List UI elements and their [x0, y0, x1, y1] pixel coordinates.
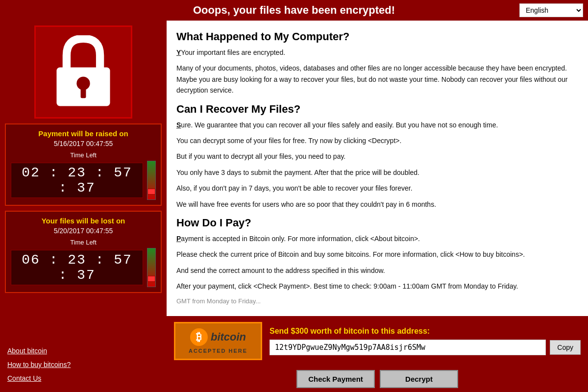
lock-icon-container	[34, 25, 132, 119]
bitcoin-address-row: Copy	[270, 340, 581, 355]
bottom-buttons: Check Payment Decrypt	[167, 366, 588, 392]
bitcoin-circle-icon: ₿	[190, 328, 208, 346]
bitcoin-logo-text: bitcoin	[211, 331, 246, 343]
section2-title: Can I Recover My Files?	[176, 103, 573, 116]
payment-date: 5/16/2017 00:47:55	[11, 140, 156, 147]
bitcoin-address-input[interactable]	[270, 340, 546, 355]
lost-date: 5/20/2017 00:47:55	[11, 227, 156, 235]
lock-icon	[49, 35, 118, 109]
contact-us-link[interactable]: Contact Us	[7, 374, 159, 382]
section1-p1: YYour important files are encrypted.	[176, 47, 573, 58]
lost-timer-box: Your files will be lost on 5/20/2017 00:…	[5, 211, 162, 293]
main-content: Payment will be raised on 5/16/2017 00:4…	[0, 21, 588, 392]
progress-indicator-1	[147, 189, 155, 195]
section3-p1: Payment is accepted in Bitcoin only. For…	[176, 233, 573, 244]
left-panel: Payment will be raised on 5/16/2017 00:4…	[0, 21, 167, 392]
header: Ooops, your files have been encrypted! E…	[0, 0, 588, 21]
timer-digits-1: 02 : 23 : 57 : 37	[11, 163, 143, 198]
bitcoin-section: ₿ bitcoin ACCEPTED HERE Send $300 worth …	[167, 316, 588, 366]
section3-p4: After your payment, click <Check Payment…	[176, 281, 573, 292]
section2-p1: Sure. We guarantee that you can recover …	[176, 120, 573, 130]
content-scroll[interactable]: What Happened to My Computer? YYour impo…	[167, 21, 588, 316]
bitcoin-send-label: Send $300 worth of bitcoin to this addre…	[270, 327, 581, 336]
payment-warning-text: Payment will be raised on	[11, 129, 156, 138]
section3-title: How Do I Pay?	[176, 217, 573, 229]
lost-warning-text: Your files will be lost on	[11, 217, 156, 225]
bitcoin-accepted-text: ACCEPTED HERE	[189, 348, 247, 354]
about-bitcoin-link[interactable]: About bitcoin	[7, 347, 159, 355]
bitcoin-logo-row: ₿ bitcoin	[190, 328, 246, 346]
section2-p5: Also, if you don't pay in 7 days, you wo…	[176, 183, 573, 194]
bitcoin-logo-box: ₿ bitcoin ACCEPTED HERE	[174, 322, 262, 360]
timer-display-2: 06 : 23 : 57 : 37	[11, 248, 156, 287]
decrypt-button[interactable]: Decrypt	[380, 370, 458, 388]
section1-title: What Happened to My Computer?	[176, 30, 573, 43]
check-payment-button[interactable]: Check Payment	[296, 370, 375, 388]
progress-bar-1	[147, 161, 156, 200]
section1-p2: Many of your documents, photos, videos, …	[176, 63, 573, 96]
svg-rect-2	[81, 87, 86, 98]
right-panel: What Happened to My Computer? YYour impo…	[167, 21, 588, 392]
copy-button[interactable]: Copy	[550, 340, 581, 355]
payment-timer-box: Payment will be raised on 5/16/2017 00:4…	[5, 123, 162, 206]
bitcoin-right-section: Send $300 worth of bitcoin to this addre…	[270, 327, 581, 355]
section2-p4: You only have 3 days to submit the payme…	[176, 167, 573, 178]
header-title: Ooops, your files have been encrypted!	[193, 4, 395, 17]
section2-p2: You can decrypt some of your files for f…	[176, 135, 573, 146]
timer-digits-2: 06 : 23 : 57 : 37	[11, 250, 143, 285]
timer-display-1: 02 : 23 : 57 : 37	[11, 161, 156, 200]
section3-p2: Please check the current price of Bitcoi…	[176, 249, 573, 260]
progress-indicator-2	[147, 276, 155, 282]
left-links: About bitcoin How to buy bitcoins? Conta…	[5, 342, 162, 387]
section2-p6: We will have free events for users who a…	[176, 199, 573, 210]
language-select[interactable]: English Chinese Spanish Russian French G…	[519, 3, 583, 17]
time-left-label-2: Time Left	[11, 239, 156, 246]
section3-p3: And send the correct amount to the addre…	[176, 265, 573, 276]
language-selector-wrapper[interactable]: English Chinese Spanish Russian French G…	[519, 3, 583, 17]
how-to-buy-link[interactable]: How to buy bitcoins?	[7, 361, 159, 368]
progress-bar-2	[147, 248, 156, 287]
section2-p3: But if you want to decrypt all your file…	[176, 151, 573, 162]
time-left-label-1: Time Left	[11, 151, 156, 159]
